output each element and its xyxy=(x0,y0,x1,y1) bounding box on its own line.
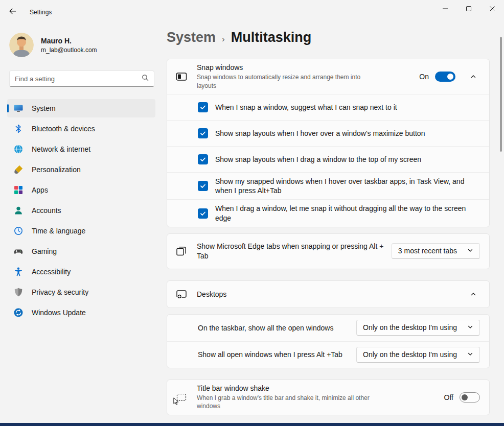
apps-grid-icon xyxy=(13,185,24,195)
edge-tabs-icon xyxy=(175,245,188,257)
desktops-taskbar-dropdown[interactable]: Only on the desktop I'm using xyxy=(356,320,480,336)
sidebar-item-label: Windows Update xyxy=(32,309,86,317)
chevron-down-icon xyxy=(467,350,473,359)
edge-tabs-dropdown[interactable]: 3 most recent tabs xyxy=(392,243,480,259)
titlebar: Settings xyxy=(0,0,504,25)
snap-windows-toggle[interactable] xyxy=(435,72,455,82)
desktops-alttab-label: Show all open windows when I press Alt +… xyxy=(175,350,356,359)
vertical-scrollbar[interactable] xyxy=(500,37,502,152)
sidebar-item-accessibility[interactable]: Accessibility xyxy=(7,263,155,281)
edge-tabs-title: Show Microsoft Edge tabs when snapping o… xyxy=(197,242,392,261)
checkbox-checked-icon[interactable] xyxy=(198,128,208,138)
desktops-alttab-dropdown-value: Only on the desktop I'm using xyxy=(363,350,457,359)
desktops-options-card: On the taskbar, show all the open window… xyxy=(167,314,490,368)
breadcrumb: System › Multitasking xyxy=(167,30,490,45)
snap-windows-header[interactable]: Snap windows Snap windows to automatical… xyxy=(167,59,489,94)
sidebar-nav: System Bluetooth & devices Network & int… xyxy=(7,99,155,322)
checkbox-label: When I drag a window, let me snap it wit… xyxy=(215,204,480,222)
accessibility-icon xyxy=(13,267,24,277)
sidebar-item-label: Privacy & security xyxy=(32,288,88,296)
edge-tabs-dropdown-value: 3 most recent tabs xyxy=(398,247,457,255)
personalization-brush-icon xyxy=(13,164,24,175)
user-account[interactable]: Mauro H. m_lab@outlook.com xyxy=(9,33,155,57)
maximize-button[interactable] xyxy=(457,0,480,17)
title-bar-shake-toggle[interactable] xyxy=(460,392,480,403)
desktops-title: Desktops xyxy=(197,290,455,298)
breadcrumb-separator-icon: › xyxy=(222,34,225,44)
sidebar-item-apps[interactable]: Apps xyxy=(7,181,155,199)
title-bar-shake-row: Title bar window shake When I grab a win… xyxy=(167,380,489,415)
snap-windows-text: Snap windows Snap windows to automatical… xyxy=(197,63,419,89)
app-title: Settings xyxy=(30,9,52,16)
edge-tabs-card: Show Microsoft Edge tabs when snapping o… xyxy=(167,233,490,269)
search-box[interactable] xyxy=(9,70,154,87)
sidebar-item-windows-update[interactable]: Windows Update xyxy=(7,303,155,322)
checkbox-label: Show snap layouts when I drag a window t… xyxy=(215,155,421,164)
close-icon xyxy=(490,4,495,13)
desktops-icon xyxy=(175,288,188,300)
search-icon xyxy=(142,74,149,83)
desktops-taskbar-dropdown-value: Only on the desktop I'm using xyxy=(363,323,457,332)
sidebar-item-personalization[interactable]: Personalization xyxy=(7,160,155,179)
sidebar-item-label: Network & internet xyxy=(32,145,90,153)
checkbox-checked-icon[interactable] xyxy=(198,181,208,191)
breadcrumb-system[interactable]: System xyxy=(167,30,216,45)
clock-icon xyxy=(13,226,24,236)
snap-windows-state: On xyxy=(419,73,429,81)
snap-option-row[interactable]: Show my snapped windows when I hover ove… xyxy=(167,172,489,199)
chevron-up-icon[interactable] xyxy=(467,74,480,80)
checkbox-checked-icon[interactable] xyxy=(198,208,208,219)
checkbox-checked-icon[interactable] xyxy=(198,102,208,112)
sidebar: Mauro H. m_lab@outlook.com System Blueto… xyxy=(0,25,164,423)
sidebar-item-gaming[interactable]: Gaming xyxy=(7,242,155,261)
window-controls xyxy=(433,0,504,17)
back-arrow-icon xyxy=(9,7,17,17)
main-content: System › Multitasking Snap windows Snap … xyxy=(167,25,504,426)
user-info: Mauro H. m_lab@outlook.com xyxy=(41,37,97,54)
windows-update-icon xyxy=(13,307,24,318)
sidebar-item-time-language[interactable]: Time & language xyxy=(7,222,155,240)
accounts-person-icon xyxy=(13,205,24,216)
sidebar-item-label: Gaming xyxy=(32,247,57,255)
system-icon xyxy=(13,103,24,113)
edge-tabs-row: Show Microsoft Edge tabs when snapping o… xyxy=(167,234,489,269)
snap-option-row[interactable]: Show snap layouts when I drag a window t… xyxy=(167,146,489,172)
sidebar-item-system[interactable]: System xyxy=(7,99,155,117)
search-input[interactable] xyxy=(15,75,142,83)
globe-icon xyxy=(13,144,24,154)
sidebar-item-accounts[interactable]: Accounts xyxy=(7,201,155,220)
checkbox-label: Show my snapped windows when I hover ove… xyxy=(215,177,480,195)
snap-windows-description: Snap windows to automatically resize and… xyxy=(197,73,376,89)
sidebar-item-bluetooth-devices[interactable]: Bluetooth & devices xyxy=(7,120,155,138)
desktops-taskbar-row: On the taskbar, show all the open window… xyxy=(167,315,489,341)
snap-option-row[interactable]: When I drag a window, let me snap it wit… xyxy=(167,199,489,226)
snap-windows-card: Snap windows Snap windows to automatical… xyxy=(167,59,490,227)
sidebar-item-network-internet[interactable]: Network & internet xyxy=(7,140,155,158)
snap-option-row[interactable]: When I snap a window, suggest what I can… xyxy=(167,94,489,120)
sidebar-item-label: Personalization xyxy=(32,165,81,174)
sidebar-item-privacy-security[interactable]: Privacy & security xyxy=(7,283,155,301)
title-bar-shake-description: When I grab a window's title bar and sha… xyxy=(197,394,376,410)
sidebar-item-label: Accessibility xyxy=(32,268,71,276)
avatar xyxy=(9,33,34,57)
mouse-cursor-icon xyxy=(173,397,179,408)
minimize-button[interactable] xyxy=(433,0,457,17)
title-bar-shake-state: Off xyxy=(444,393,453,401)
user-email: m_lab@outlook.com xyxy=(41,46,97,54)
back-button[interactable] xyxy=(3,4,22,21)
chevron-up-icon[interactable] xyxy=(467,291,480,297)
desktops-header[interactable]: Desktops xyxy=(167,281,489,307)
page-title: Multitasking xyxy=(231,30,312,45)
checkbox-checked-icon[interactable] xyxy=(198,154,208,164)
close-button[interactable] xyxy=(480,0,504,17)
desktops-alttab-dropdown[interactable]: Only on the desktop I'm using xyxy=(356,347,480,363)
checkbox-label: Show snap layouts when I hover over a wi… xyxy=(215,129,425,138)
edge-tabs-text: Show Microsoft Edge tabs when snapping o… xyxy=(197,242,392,261)
minimize-icon xyxy=(443,4,448,13)
sidebar-item-label: System xyxy=(32,104,56,112)
chevron-down-icon xyxy=(467,247,473,255)
sidebar-item-label: Accounts xyxy=(32,206,61,215)
snap-option-row[interactable]: Show snap layouts when I hover over a wi… xyxy=(167,120,489,146)
desktops-taskbar-label: On the taskbar, show all the open window… xyxy=(175,323,356,333)
sidebar-item-label: Time & language xyxy=(32,227,85,235)
